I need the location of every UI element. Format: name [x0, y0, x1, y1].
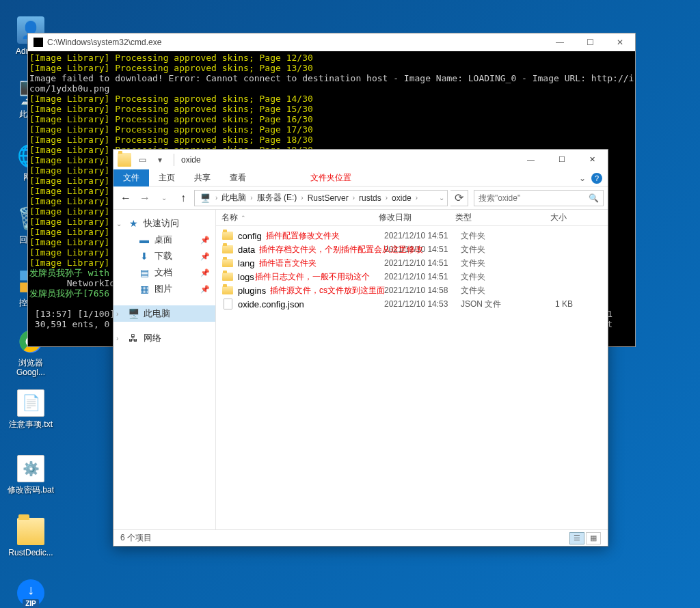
nav-refresh-button[interactable]: ⟳ — [450, 190, 468, 206]
sidebar-downloads[interactable]: ⬇ 下载 📌 — [113, 248, 215, 264]
status-count: 6 个项目 — [120, 532, 152, 544]
qat-newfolder-button[interactable]: ▾ — [153, 153, 167, 167]
file-type: JSON 文件 — [455, 299, 524, 310]
file-row[interactable]: plugins 插件源文件，cs文件放到这里面 2021/12/10 14:58… — [216, 284, 608, 297]
folder-icon — [221, 257, 234, 269]
qat-folder-icon — [118, 153, 131, 167]
ribbon-tab-view[interactable]: 查看 — [220, 169, 256, 186]
file-type: 文件夹 — [455, 244, 524, 255]
sidebar-quickaccess[interactable]: ⌄ ★ 快速访问 — [113, 215, 215, 232]
explorer-maximize-button[interactable]: ☐ — [546, 150, 577, 169]
zip-app-icon[interactable] — [7, 579, 55, 608]
sidebar-documents[interactable]: ▤ 文档 📌 — [113, 264, 215, 281]
cmd-minimize-button[interactable]: — — [545, 33, 575, 51]
cmd-title-text: C:\Windows\system32\cmd.exe — [47, 38, 161, 47]
breadcrumb-dropdown[interactable]: ⌄ — [438, 194, 446, 202]
search-box[interactable]: 🔍 — [474, 190, 604, 206]
nav-forward-button[interactable]: → — [137, 190, 153, 206]
explorer-title: oxide — [181, 155, 201, 165]
col-name[interactable]: 名称⌃ — [216, 212, 373, 223]
statusbar: 6 个项目 ☰ ▦ — [113, 529, 608, 546]
notes-txt-icon[interactable]: 注意事项.txt — [4, 389, 57, 429]
breadcrumb-pc-icon: 🖥️ — [199, 192, 211, 204]
cmd-close-button[interactable]: ✕ — [605, 33, 635, 51]
qat-props-button[interactable]: ▭ — [135, 153, 149, 167]
file-date: 2021/12/10 14:58 — [379, 286, 455, 295]
view-icons-button[interactable]: ▦ — [586, 532, 601, 544]
nav-back-button[interactable]: ← — [118, 190, 134, 206]
breadcrumb-seg-4[interactable]: oxide — [389, 193, 414, 203]
cmd-maximize-button[interactable]: ☐ — [575, 33, 605, 51]
cmd-icon — [33, 38, 43, 47]
pin-icon: 📌 — [200, 252, 210, 261]
nav-up-button[interactable]: ↑ — [175, 190, 191, 206]
document-icon: ▤ — [138, 266, 150, 279]
chevron-right-icon: › — [116, 310, 118, 318]
view-details-button[interactable]: ☰ — [569, 532, 584, 544]
sidebar-desktop[interactable]: ▬ 桌面 📌 — [113, 232, 215, 248]
column-headers: 名称⌃ 修改日期 类型 大小 — [216, 210, 608, 226]
chevron-right-icon: › — [116, 335, 118, 342]
col-type[interactable]: 类型 — [450, 212, 518, 223]
download-icon: ⬇ — [138, 250, 150, 262]
breadcrumb-seg-3[interactable]: rustds — [356, 193, 384, 203]
file-row[interactable]: oxide.config.json 2021/12/10 14:53 JSON … — [216, 297, 608, 311]
explorer-window[interactable]: ▭ ▾ oxide — ☐ ✕ 文件 主页 共享 查看 文件夹位置 ⌄ ? ← … — [113, 149, 608, 547]
picture-icon: ▦ — [138, 283, 150, 295]
breadcrumb-seg-0[interactable]: 此电脑 — [219, 192, 249, 204]
sidebar-thispc[interactable]: › 🖥️ 此电脑 — [113, 305, 215, 322]
file-row[interactable]: config 插件配置修改文件夹 2021/12/10 14:51 文件夹 — [216, 229, 608, 243]
file-pane: 名称⌃ 修改日期 类型 大小 config 插件配置修改文件夹 2021/12/… — [216, 210, 608, 529]
ribbon-expand-button[interactable]: ⌄ — [579, 174, 586, 183]
col-date[interactable]: 修改日期 — [373, 212, 450, 223]
file-size: 1 KB — [524, 299, 578, 309]
file-icon — [221, 298, 234, 310]
file-row[interactable]: logs 插件日志文件，一般不用动这个 2021/12/10 14:51 文件夹 — [216, 270, 608, 284]
sort-arrow-icon: ⌃ — [241, 215, 246, 221]
file-date: 2021/12/10 14:51 — [379, 231, 455, 240]
ribbon-tab-file[interactable]: 文件 — [113, 169, 149, 186]
explorer-titlebar[interactable]: ▭ ▾ oxide — ☐ ✕ — [113, 150, 608, 170]
breadcrumb-seg-1[interactable]: 服务器 (E:) — [254, 192, 300, 204]
explorer-minimize-button[interactable]: — — [515, 150, 546, 169]
zip-icon — [17, 579, 44, 607]
breadcrumb[interactable]: 🖥️ › 此电脑› 服务器 (E:)› RustServer› rustds› … — [194, 190, 448, 206]
col-size[interactable]: 大小 — [518, 212, 573, 223]
sidebar-network[interactable]: › 🖧 网络 — [113, 330, 215, 346]
file-type: 文件夹 — [455, 285, 524, 296]
sidebar-pictures[interactable]: ▦ 图片 📌 — [113, 281, 215, 297]
explorer-close-button[interactable]: ✕ — [577, 150, 608, 169]
pc-icon: 🖥️ — [127, 307, 139, 320]
ribbon-annotation: 文件夹位置 — [310, 172, 351, 184]
pin-icon: 📌 — [200, 236, 210, 245]
file-name: oxide.config.json — [238, 299, 379, 309]
nav-recent-button[interactable]: ⌄ — [156, 190, 172, 206]
file-type: 文件夹 — [455, 271, 524, 283]
txt-icon — [17, 389, 44, 417]
explorer-ribbon: 文件 主页 共享 查看 文件夹位置 ⌄ ? — [113, 170, 608, 186]
breadcrumb-seg-2[interactable]: RustServer — [305, 193, 351, 203]
desktop-icon: ▬ — [138, 234, 150, 246]
bat-icon — [17, 455, 44, 482]
folder-icon — [221, 230, 234, 242]
changepwd-bat-icon[interactable]: 修改密码.bat — [4, 455, 57, 495]
chevron-down-icon: ⌄ — [116, 220, 122, 227]
ribbon-tab-home[interactable]: 主页 — [149, 169, 185, 186]
rustdedic-icon[interactable]: RustDedic... — [7, 518, 55, 557]
star-icon: ★ — [127, 217, 139, 230]
cmd-titlebar[interactable]: C:\Windows\system32\cmd.exe — ☐ ✕ — [28, 33, 635, 51]
folder-icon — [221, 284, 234, 296]
file-date: 2021/12/10 14:51 — [379, 258, 455, 268]
folder-icon — [221, 271, 234, 283]
file-list[interactable]: config 插件配置修改文件夹 2021/12/10 14:51 文件夹 da… — [216, 226, 608, 529]
ribbon-help-button[interactable]: ? — [591, 173, 602, 184]
file-type: 文件夹 — [455, 258, 524, 269]
search-icon[interactable]: 🔍 — [589, 193, 599, 203]
search-input[interactable] — [479, 193, 589, 203]
folder-icon — [17, 518, 44, 545]
ribbon-tab-share[interactable]: 共享 — [185, 169, 220, 186]
file-row[interactable]: lang 插件语言文件夹 2021/12/10 14:51 文件夹 — [216, 256, 608, 270]
file-row[interactable]: data 插件存档文件夹，个别插件配置会从这里修改 2021/12/10 14:… — [216, 243, 608, 256]
file-type: 文件夹 — [455, 230, 524, 242]
folder-icon — [221, 243, 234, 255]
